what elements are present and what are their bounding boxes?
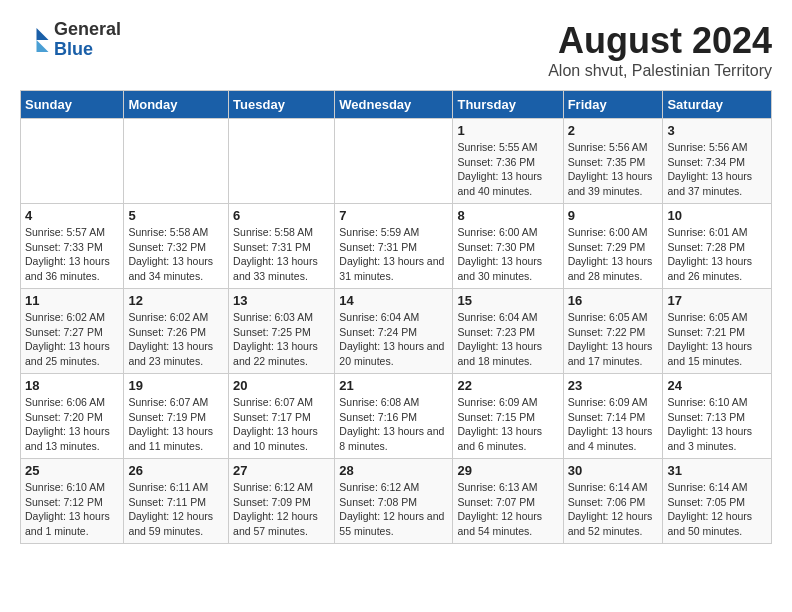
day-number: 1 xyxy=(457,123,558,138)
calendar-cell: 30Sunrise: 6:14 AMSunset: 7:06 PMDayligh… xyxy=(563,459,663,544)
day-detail: Sunrise: 6:01 AMSunset: 7:28 PMDaylight:… xyxy=(667,225,767,284)
day-number: 2 xyxy=(568,123,659,138)
day-detail: Sunrise: 6:09 AMSunset: 7:15 PMDaylight:… xyxy=(457,395,558,454)
calendar-cell xyxy=(21,119,124,204)
weekday-header: Saturday xyxy=(663,91,772,119)
calendar-cell: 19Sunrise: 6:07 AMSunset: 7:19 PMDayligh… xyxy=(124,374,229,459)
calendar-cell: 27Sunrise: 6:12 AMSunset: 7:09 PMDayligh… xyxy=(229,459,335,544)
calendar-cell xyxy=(124,119,229,204)
calendar-week-row: 25Sunrise: 6:10 AMSunset: 7:12 PMDayligh… xyxy=(21,459,772,544)
day-number: 10 xyxy=(667,208,767,223)
day-detail: Sunrise: 6:14 AMSunset: 7:06 PMDaylight:… xyxy=(568,480,659,539)
day-number: 18 xyxy=(25,378,119,393)
calendar-cell: 17Sunrise: 6:05 AMSunset: 7:21 PMDayligh… xyxy=(663,289,772,374)
day-number: 5 xyxy=(128,208,224,223)
day-number: 23 xyxy=(568,378,659,393)
day-number: 19 xyxy=(128,378,224,393)
calendar-table: SundayMondayTuesdayWednesdayThursdayFrid… xyxy=(20,90,772,544)
title-block: August 2024 Alon shvut, Palestinian Terr… xyxy=(548,20,772,80)
day-detail: Sunrise: 6:13 AMSunset: 7:07 PMDaylight:… xyxy=(457,480,558,539)
day-detail: Sunrise: 6:07 AMSunset: 7:17 PMDaylight:… xyxy=(233,395,330,454)
day-number: 9 xyxy=(568,208,659,223)
calendar-cell: 3Sunrise: 5:56 AMSunset: 7:34 PMDaylight… xyxy=(663,119,772,204)
calendar-cell: 15Sunrise: 6:04 AMSunset: 7:23 PMDayligh… xyxy=(453,289,563,374)
main-title: August 2024 xyxy=(548,20,772,62)
day-detail: Sunrise: 6:03 AMSunset: 7:25 PMDaylight:… xyxy=(233,310,330,369)
day-number: 24 xyxy=(667,378,767,393)
logo-text: General Blue xyxy=(54,20,121,60)
day-number: 27 xyxy=(233,463,330,478)
header-row: SundayMondayTuesdayWednesdayThursdayFrid… xyxy=(21,91,772,119)
calendar-cell: 24Sunrise: 6:10 AMSunset: 7:13 PMDayligh… xyxy=(663,374,772,459)
day-detail: Sunrise: 6:04 AMSunset: 7:23 PMDaylight:… xyxy=(457,310,558,369)
day-detail: Sunrise: 6:05 AMSunset: 7:21 PMDaylight:… xyxy=(667,310,767,369)
calendar-cell: 13Sunrise: 6:03 AMSunset: 7:25 PMDayligh… xyxy=(229,289,335,374)
calendar-cell: 26Sunrise: 6:11 AMSunset: 7:11 PMDayligh… xyxy=(124,459,229,544)
calendar-cell: 7Sunrise: 5:59 AMSunset: 7:31 PMDaylight… xyxy=(335,204,453,289)
calendar-week-row: 18Sunrise: 6:06 AMSunset: 7:20 PMDayligh… xyxy=(21,374,772,459)
calendar-cell: 5Sunrise: 5:58 AMSunset: 7:32 PMDaylight… xyxy=(124,204,229,289)
day-number: 21 xyxy=(339,378,448,393)
calendar-cell: 10Sunrise: 6:01 AMSunset: 7:28 PMDayligh… xyxy=(663,204,772,289)
calendar-cell xyxy=(229,119,335,204)
day-number: 26 xyxy=(128,463,224,478)
day-number: 13 xyxy=(233,293,330,308)
day-detail: Sunrise: 5:57 AMSunset: 7:33 PMDaylight:… xyxy=(25,225,119,284)
calendar-week-row: 1Sunrise: 5:55 AMSunset: 7:36 PMDaylight… xyxy=(21,119,772,204)
day-detail: Sunrise: 6:05 AMSunset: 7:22 PMDaylight:… xyxy=(568,310,659,369)
day-detail: Sunrise: 5:55 AMSunset: 7:36 PMDaylight:… xyxy=(457,140,558,199)
calendar-cell: 18Sunrise: 6:06 AMSunset: 7:20 PMDayligh… xyxy=(21,374,124,459)
day-number: 30 xyxy=(568,463,659,478)
calendar-cell xyxy=(335,119,453,204)
calendar-cell: 12Sunrise: 6:02 AMSunset: 7:26 PMDayligh… xyxy=(124,289,229,374)
day-detail: Sunrise: 6:02 AMSunset: 7:26 PMDaylight:… xyxy=(128,310,224,369)
day-detail: Sunrise: 6:10 AMSunset: 7:12 PMDaylight:… xyxy=(25,480,119,539)
weekday-header: Monday xyxy=(124,91,229,119)
svg-marker-0 xyxy=(37,28,49,40)
calendar-week-row: 4Sunrise: 5:57 AMSunset: 7:33 PMDaylight… xyxy=(21,204,772,289)
day-number: 25 xyxy=(25,463,119,478)
day-number: 11 xyxy=(25,293,119,308)
weekday-header: Tuesday xyxy=(229,91,335,119)
day-number: 12 xyxy=(128,293,224,308)
day-detail: Sunrise: 6:14 AMSunset: 7:05 PMDaylight:… xyxy=(667,480,767,539)
calendar-cell: 2Sunrise: 5:56 AMSunset: 7:35 PMDaylight… xyxy=(563,119,663,204)
calendar-cell: 16Sunrise: 6:05 AMSunset: 7:22 PMDayligh… xyxy=(563,289,663,374)
day-number: 7 xyxy=(339,208,448,223)
day-number: 29 xyxy=(457,463,558,478)
calendar-cell: 28Sunrise: 6:12 AMSunset: 7:08 PMDayligh… xyxy=(335,459,453,544)
calendar-cell: 8Sunrise: 6:00 AMSunset: 7:30 PMDaylight… xyxy=(453,204,563,289)
day-number: 4 xyxy=(25,208,119,223)
calendar-cell: 23Sunrise: 6:09 AMSunset: 7:14 PMDayligh… xyxy=(563,374,663,459)
day-detail: Sunrise: 6:12 AMSunset: 7:08 PMDaylight:… xyxy=(339,480,448,539)
day-detail: Sunrise: 6:10 AMSunset: 7:13 PMDaylight:… xyxy=(667,395,767,454)
day-detail: Sunrise: 5:59 AMSunset: 7:31 PMDaylight:… xyxy=(339,225,448,284)
calendar-cell: 9Sunrise: 6:00 AMSunset: 7:29 PMDaylight… xyxy=(563,204,663,289)
day-detail: Sunrise: 6:08 AMSunset: 7:16 PMDaylight:… xyxy=(339,395,448,454)
day-number: 28 xyxy=(339,463,448,478)
day-number: 31 xyxy=(667,463,767,478)
day-detail: Sunrise: 5:56 AMSunset: 7:34 PMDaylight:… xyxy=(667,140,767,199)
calendar-cell: 29Sunrise: 6:13 AMSunset: 7:07 PMDayligh… xyxy=(453,459,563,544)
logo-blue: Blue xyxy=(54,40,121,60)
calendar-cell: 6Sunrise: 5:58 AMSunset: 7:31 PMDaylight… xyxy=(229,204,335,289)
day-number: 16 xyxy=(568,293,659,308)
weekday-header: Sunday xyxy=(21,91,124,119)
day-detail: Sunrise: 6:11 AMSunset: 7:11 PMDaylight:… xyxy=(128,480,224,539)
day-detail: Sunrise: 6:00 AMSunset: 7:30 PMDaylight:… xyxy=(457,225,558,284)
logo-icon xyxy=(20,25,50,55)
calendar-cell: 31Sunrise: 6:14 AMSunset: 7:05 PMDayligh… xyxy=(663,459,772,544)
day-number: 14 xyxy=(339,293,448,308)
day-detail: Sunrise: 6:12 AMSunset: 7:09 PMDaylight:… xyxy=(233,480,330,539)
calendar-cell: 1Sunrise: 5:55 AMSunset: 7:36 PMDaylight… xyxy=(453,119,563,204)
calendar-cell: 4Sunrise: 5:57 AMSunset: 7:33 PMDaylight… xyxy=(21,204,124,289)
calendar-cell: 22Sunrise: 6:09 AMSunset: 7:15 PMDayligh… xyxy=(453,374,563,459)
day-number: 15 xyxy=(457,293,558,308)
day-number: 8 xyxy=(457,208,558,223)
calendar-cell: 21Sunrise: 6:08 AMSunset: 7:16 PMDayligh… xyxy=(335,374,453,459)
logo: General Blue xyxy=(20,20,121,60)
calendar-cell: 14Sunrise: 6:04 AMSunset: 7:24 PMDayligh… xyxy=(335,289,453,374)
svg-marker-1 xyxy=(37,40,49,52)
day-detail: Sunrise: 5:58 AMSunset: 7:32 PMDaylight:… xyxy=(128,225,224,284)
calendar-cell: 11Sunrise: 6:02 AMSunset: 7:27 PMDayligh… xyxy=(21,289,124,374)
